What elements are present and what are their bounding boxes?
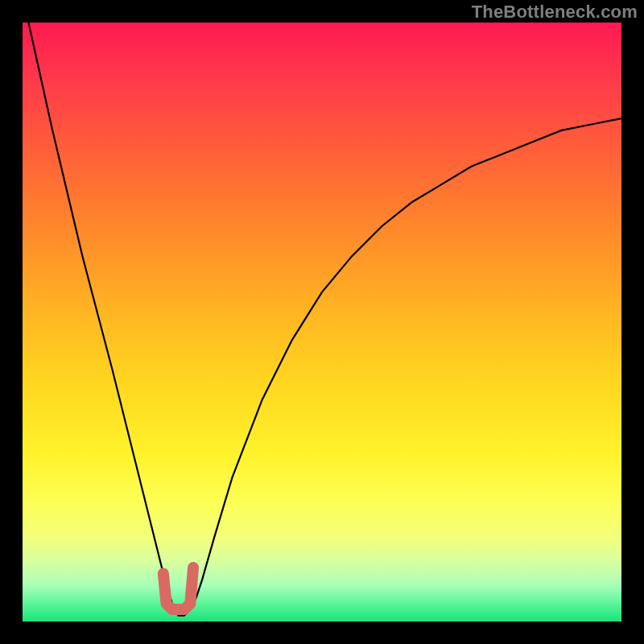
chart-frame: TheBottleneck.com (0, 0, 644, 644)
watermark-text: TheBottleneck.com (472, 2, 638, 23)
optimal-zone-path (163, 568, 193, 609)
optimal-zone-marker (163, 568, 193, 609)
chart-svg (23, 23, 621, 621)
plot-area (23, 23, 621, 621)
bottleneck-curve (28, 23, 621, 616)
bottleneck-curve-path (28, 23, 621, 616)
